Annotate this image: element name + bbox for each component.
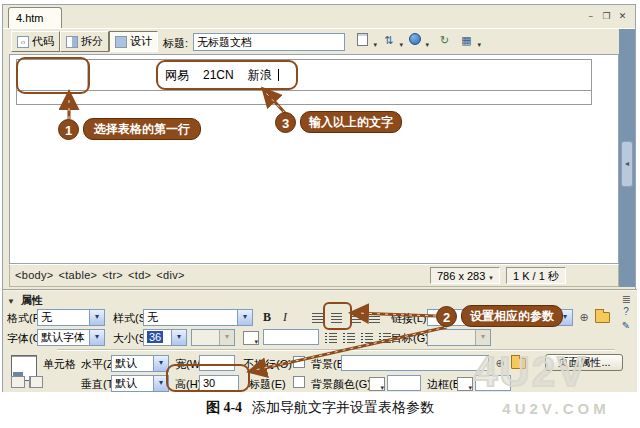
figure-title: 添加导航文字并设置表格参数 — [252, 400, 434, 415]
close-button[interactable]: ✕ — [616, 10, 629, 23]
collapse-arrow-icon: ▼ — [7, 297, 15, 306]
document-title-input[interactable] — [193, 33, 345, 51]
panel-header[interactable]: ▼ 属性 — [7, 293, 43, 308]
download-stats: 1 K / 1 秒 — [506, 267, 566, 284]
header-cell-label: 标题(E) — [249, 377, 286, 392]
ordered-list-button[interactable] — [341, 329, 358, 346]
panel-title: 属性 — [21, 294, 43, 306]
target-label: 目标(G) — [391, 331, 429, 346]
bg-point-to-file-icon[interactable]: ⊕ — [493, 356, 507, 370]
tag-body[interactable]: <body> — [15, 269, 54, 281]
bgcolor-field[interactable] — [387, 375, 421, 391]
figure-number: 图 4-4 — [206, 400, 242, 415]
tag-div[interactable]: <div> — [156, 269, 184, 281]
help-icon[interactable]: ? — [619, 305, 633, 318]
refresh-icon[interactable]: ↻ — [437, 33, 452, 48]
callout-step-1-label: 选择表格的第一行 — [83, 118, 201, 140]
split-view-label: 拆分 — [81, 34, 103, 49]
bgcolor-picker[interactable] — [369, 377, 385, 391]
page-properties-button[interactable]: 页面属性... — [545, 354, 623, 371]
table-row-2[interactable] — [17, 91, 591, 104]
cell-label: 单元格 — [43, 357, 76, 372]
screenshot: 4.htm － ❐ ✕ ‹› 代码 拆分 设计 标题: ▾ ⇅▾ ▾ — [0, 0, 640, 428]
link-label: 链接(L) — [391, 311, 426, 326]
split-cell-icon[interactable] — [29, 376, 43, 388]
document-tab[interactable]: 4.htm — [8, 7, 62, 28]
browse-folder-icon[interactable] — [595, 312, 610, 323]
tag-selector: <body><table><tr><td><div> — [15, 269, 190, 281]
file-status-icon[interactable]: ▾ — [355, 33, 370, 48]
header-cell-checkbox[interactable] — [293, 376, 305, 388]
vertical-dropdown[interactable]: 默认 — [111, 375, 169, 392]
design-view-canvas[interactable]: 网易21CN新浪 — [9, 54, 619, 264]
design-view-button[interactable]: 设计 — [109, 31, 158, 52]
bgcolor-label: 背景颜色(G) — [311, 377, 371, 392]
design-view-icon — [115, 36, 127, 48]
text-color-picker[interactable] — [243, 331, 259, 345]
split-view-button[interactable]: 拆分 — [60, 31, 109, 52]
target-dropdown — [427, 329, 491, 346]
file-status-glyph — [357, 33, 368, 46]
title-label: 标题: — [163, 36, 188, 51]
merge-cells-icon[interactable] — [11, 376, 25, 388]
horizontal-dropdown[interactable]: 默认 — [111, 355, 169, 372]
tag-table[interactable]: <table> — [59, 269, 98, 281]
view-options-icon[interactable]: ▦▾ — [459, 33, 474, 48]
globe-icon — [409, 33, 421, 45]
bg-url-field[interactable] — [341, 355, 489, 371]
format-dropdown[interactable]: 无 — [37, 309, 105, 326]
align-justify-button[interactable] — [366, 309, 383, 326]
callout-step-2-number: 2 — [436, 306, 457, 327]
callout-step-1-number: 1 — [58, 119, 79, 140]
panel-collapse-handle[interactable]: ◂ — [621, 141, 633, 187]
highlight-first-cell — [16, 57, 90, 94]
highlight-align-center — [323, 302, 352, 330]
italic-button[interactable]: I — [277, 309, 293, 326]
window-controls: － ❐ ✕ — [584, 10, 629, 23]
highlight-nav-text — [156, 60, 298, 90]
split-view-icon — [66, 36, 78, 48]
style-dropdown[interactable]: 无 — [143, 309, 253, 326]
bold-button[interactable]: B — [259, 309, 275, 326]
file-transfer-glyph: ⇅ — [384, 34, 393, 46]
size-dropdown[interactable]: 36 — [143, 329, 187, 346]
text-color-field[interactable] — [263, 329, 319, 345]
figure-caption: 图 4-4添加导航文字并设置表格参数 — [0, 399, 640, 417]
size-value: 36 — [147, 331, 163, 343]
tag-tr[interactable]: <tr> — [102, 269, 123, 281]
design-view-label: 设计 — [130, 34, 152, 49]
file-transfer-icon[interactable]: ⇅▾ — [381, 33, 396, 48]
table-row-1[interactable]: 网易21CN新浪 — [17, 60, 591, 91]
point-to-file-icon[interactable]: ⊕ — [577, 310, 591, 324]
dreamweaver-document-window: 4.htm － ❐ ✕ ‹› 代码 拆分 设计 标题: ▾ ⇅▾ ▾ — [2, 4, 636, 392]
minimize-button[interactable]: － — [584, 10, 597, 23]
border-field[interactable] — [475, 375, 511, 391]
unordered-list-button[interactable] — [323, 329, 340, 346]
code-view-icon: ‹› — [17, 36, 29, 48]
quick-tag-edit-icon[interactable]: ✎ — [619, 319, 633, 332]
callout-step-3-label: 输入以上的文字 — [300, 111, 402, 133]
callout-step-3-number: 3 — [275, 112, 296, 133]
highlight-height-field — [166, 364, 250, 392]
divider — [3, 28, 635, 29]
font-dropdown[interactable]: 默认字体 — [37, 329, 105, 346]
preview-in-browser-icon[interactable]: ▾ — [407, 33, 422, 48]
code-view-label: 代码 — [32, 34, 54, 49]
bg-browse-folder-icon[interactable] — [511, 358, 526, 369]
layout-table[interactable]: 网易21CN新浪 — [16, 59, 592, 105]
callout-step-2-label: 设置相应的参数 — [461, 305, 563, 327]
view-options-glyph: ▦ — [461, 34, 471, 46]
outdent-button[interactable] — [359, 329, 376, 346]
border-color-picker[interactable] — [457, 377, 473, 391]
divider — [57, 349, 615, 351]
code-view-button[interactable]: ‹› 代码 — [11, 31, 60, 52]
nowrap-checkbox[interactable] — [293, 356, 305, 368]
size-unit-dropdown — [191, 329, 235, 346]
status-bar: <body><table><tr><td><div> 786 x 283 1 K… — [9, 264, 619, 287]
window-size-indicator[interactable]: 786 x 283 — [430, 267, 500, 284]
restore-button[interactable]: ❐ — [600, 10, 613, 23]
tag-td[interactable]: <td> — [128, 269, 151, 281]
nowrap-label: 不换行(O) — [243, 357, 292, 372]
